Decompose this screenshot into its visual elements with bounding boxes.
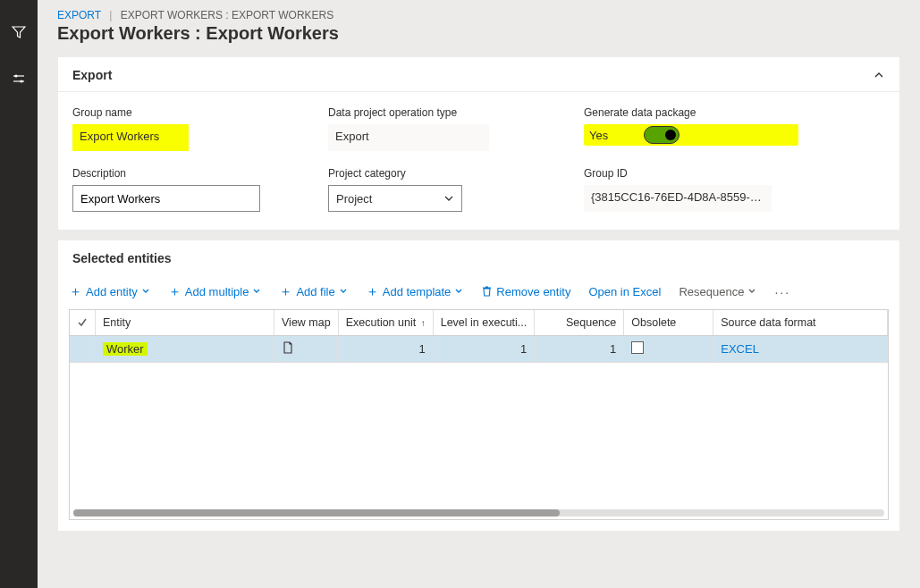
col-check[interactable] xyxy=(70,310,96,336)
cell-seq[interactable]: 1 xyxy=(535,336,624,363)
table-row[interactable]: Worker 1 1 1 EXCEL xyxy=(70,336,888,363)
op-type-value[interactable]: Export xyxy=(328,124,489,151)
obsolete-checkbox[interactable] xyxy=(631,341,644,354)
entities-card-title: Selected entities xyxy=(72,251,172,265)
remove-entity-button[interactable]: Remove entity xyxy=(481,285,570,299)
chevron-down-icon xyxy=(252,285,261,298)
cell-level[interactable]: 1 xyxy=(433,336,535,363)
group-name-value[interactable]: Export Workers xyxy=(72,124,189,151)
col-viewmap[interactable]: View map xyxy=(274,310,339,336)
entities-table-wrap: Entity View map Execution unit ↑ Level i… xyxy=(69,309,889,520)
add-template-button[interactable]: ＋ Add template xyxy=(366,283,464,300)
chevron-up-icon xyxy=(873,69,885,81)
entities-card: Selected entities ＋ Add entity ＋ Add mul… xyxy=(57,239,900,532)
col-seq[interactable]: Sequence xyxy=(535,310,624,336)
svg-point-2 xyxy=(14,74,17,77)
group-id-label: Group ID xyxy=(584,167,798,180)
resequence-label: Resequence xyxy=(679,285,744,298)
chevron-down-icon xyxy=(747,285,756,298)
gen-pkg-value: Yes xyxy=(589,129,608,142)
add-multiple-button[interactable]: ＋ Add multiple xyxy=(168,283,262,300)
cell-exec[interactable]: 1 xyxy=(338,336,433,363)
entities-toolbar: ＋ Add entity ＋ Add multiple ＋ Add file ＋… xyxy=(58,274,899,309)
remove-entity-label: Remove entity xyxy=(496,285,570,298)
add-file-label: Add file xyxy=(296,285,334,298)
add-template-label: Add template xyxy=(383,285,452,298)
resequence-button[interactable]: Resequence xyxy=(679,285,756,298)
description-input[interactable] xyxy=(72,185,260,212)
gen-pkg-toggle-wrap: Yes xyxy=(584,124,798,146)
group-id-value[interactable]: {3815CC16-76ED-4D8A-8559-7... xyxy=(584,185,772,212)
sliders-icon[interactable] xyxy=(12,71,26,86)
plus-icon: ＋ xyxy=(366,283,379,300)
cell-obsolete[interactable] xyxy=(624,336,713,363)
add-file-button[interactable]: ＋ Add file xyxy=(279,283,347,300)
entities-table: Entity View map Execution unit ↑ Level i… xyxy=(70,310,888,363)
document-icon xyxy=(282,343,294,357)
plus-icon: ＋ xyxy=(168,283,181,300)
plus-icon: ＋ xyxy=(69,283,82,300)
category-label: Project category xyxy=(328,167,543,180)
export-card-header[interactable]: Export xyxy=(58,57,899,92)
add-multiple-label: Add multiple xyxy=(185,285,249,298)
more-button[interactable]: ··· xyxy=(774,285,790,299)
category-value: Project xyxy=(336,192,372,206)
funnel-icon[interactable] xyxy=(12,25,26,39)
cell-entity[interactable]: Worker xyxy=(96,336,274,363)
gen-pkg-toggle[interactable] xyxy=(644,126,679,144)
col-obsolete[interactable]: Obsolete xyxy=(624,310,713,336)
breadcrumb-root[interactable]: EXPORT xyxy=(57,9,101,21)
gen-pkg-label: Generate data package xyxy=(584,106,798,119)
cell-source[interactable]: EXCEL xyxy=(713,336,888,363)
main-content: EXPORT | EXPORT WORKERS : EXPORT WORKERS… xyxy=(38,0,920,588)
col-level[interactable]: Level in executi... xyxy=(433,310,535,336)
open-excel-label: Open in Excel xyxy=(588,285,661,298)
op-type-label: Data project operation type xyxy=(328,106,543,119)
open-excel-button[interactable]: Open in Excel xyxy=(588,285,661,298)
page-title: Export Workers : Export Workers xyxy=(57,23,900,44)
left-rail xyxy=(0,0,38,588)
chevron-down-icon xyxy=(339,285,348,298)
trash-icon xyxy=(481,285,493,299)
add-entity-button[interactable]: ＋ Add entity xyxy=(69,283,150,300)
export-card-title: Export xyxy=(72,68,112,82)
breadcrumb-sep: | xyxy=(109,9,112,21)
svg-point-3 xyxy=(20,80,22,82)
chevron-down-icon xyxy=(141,285,150,298)
col-source[interactable]: Source data format xyxy=(713,310,888,336)
category-select[interactable]: Project xyxy=(328,185,462,212)
plus-icon: ＋ xyxy=(279,283,292,300)
sort-asc-icon: ↑ xyxy=(421,318,426,328)
breadcrumb: EXPORT | EXPORT WORKERS : EXPORT WORKERS xyxy=(57,9,900,21)
chevron-down-icon xyxy=(443,193,454,204)
col-exec[interactable]: Execution unit ↑ xyxy=(338,310,433,336)
group-name-label: Group name xyxy=(72,106,287,119)
hscrollbar[interactable] xyxy=(73,509,884,517)
breadcrumb-trail: EXPORT WORKERS : EXPORT WORKERS xyxy=(121,9,334,21)
col-entity[interactable]: Entity xyxy=(96,310,274,336)
add-entity-label: Add entity xyxy=(86,285,138,298)
export-card: Export Group name Export Workers Data pr… xyxy=(57,56,900,231)
cell-viewmap[interactable] xyxy=(274,336,339,363)
description-label: Description xyxy=(72,167,287,180)
chevron-down-icon xyxy=(454,285,463,298)
